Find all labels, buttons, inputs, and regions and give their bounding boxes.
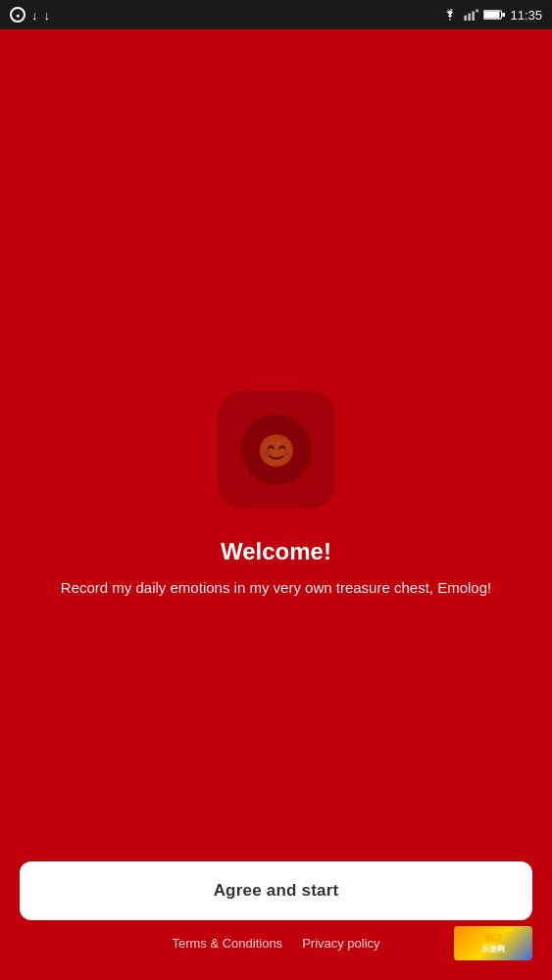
main-content: 😊 Welcome! Record my daily emotions in m… [0, 29, 552, 980]
svg-rect-2 [473, 12, 476, 21]
svg-rect-1 [469, 14, 472, 21]
wifi-icon [442, 9, 458, 21]
privacy-policy-link[interactable]: Privacy policy [302, 936, 379, 951]
download-icon-1: ↓ [31, 9, 38, 22]
download-icon-2: ↓ [44, 9, 51, 22]
logo-section: 😊 Welcome! Record my daily emotions in m… [20, 127, 532, 861]
status-bar: ● ↓ ↓ 11:35 [0, 0, 552, 29]
status-bar-right: 11:35 [442, 8, 542, 23]
watermark: 962 乐游网 [454, 926, 532, 960]
footer-links: Terms & Conditions Privacy policy [172, 936, 379, 951]
terms-conditions-link[interactable]: Terms & Conditions [172, 936, 282, 951]
status-time: 11:35 [510, 8, 542, 23]
welcome-title: Welcome! [61, 538, 491, 565]
svg-text:😊: 😊 [257, 432, 296, 469]
notification-icon: ● [10, 7, 25, 23]
emolog-app-icon: 😊 [218, 391, 335, 509]
svg-rect-6 [484, 12, 500, 19]
svg-rect-0 [465, 16, 468, 21]
watermark-text: 962 乐游网 [481, 932, 505, 955]
battery-icon [483, 9, 505, 21]
welcome-section: Welcome! Record my daily emotions in my … [61, 538, 491, 598]
status-bar-left: ● ↓ ↓ [10, 7, 50, 23]
signal-x-icon [463, 9, 478, 21]
welcome-subtitle: Record my daily emotions in my very own … [61, 577, 491, 598]
agree-start-button[interactable]: Agree and start [20, 861, 532, 920]
svg-rect-7 [503, 13, 506, 17]
